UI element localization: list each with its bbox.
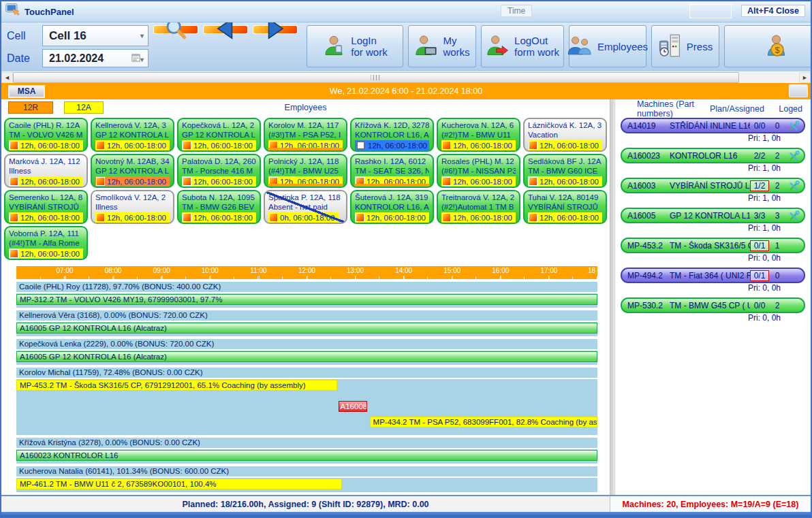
arrow-right-icon	[262, 22, 288, 44]
machine-desc: STŘÍDÁNÍ INLINE L16	[670, 121, 750, 131]
employee-card[interactable]: Polnický J. 12A, 118(#4!)TM - BMW U2512h…	[264, 154, 347, 188]
daybar-corner-button[interactable]	[789, 84, 808, 97]
calendar-icon: ▾	[131, 53, 144, 63]
employee-card[interactable]: Subota N. 12A, 1095TM - BMW G26 BEV12h, …	[177, 190, 261, 224]
machine-priority: Pri: 1, 0h	[621, 163, 805, 175]
employee-name: Polnický J. 12A, 118	[268, 157, 343, 166]
gantt-row-header: Kopečková Lenka (2229), 0.00% (BONUS: 72…	[16, 339, 597, 351]
chevron-down-icon: ▾	[140, 32, 144, 39]
my-works-button[interactable]: Myworks	[408, 25, 476, 67]
work-bar[interactable]: MP-434.2 TM - PSA P52, 683099FF001, 82.8…	[370, 417, 597, 427]
employee-card[interactable]: Kellnerová V. 12A, 3GP 12 KONTROLA L12h,…	[91, 118, 174, 152]
employee-card[interactable]: Smolíková V. 12A, 2Illness12h, 06:00-18:…	[91, 190, 174, 224]
employee-task: (#4!)TM - Alfa Rome	[9, 238, 83, 248]
tools-icon[interactable]	[785, 180, 800, 192]
search-button[interactable]	[153, 25, 198, 34]
shift-badge: 12h, 06:00-18:00	[182, 212, 256, 223]
logout-label-1: LogOut	[514, 35, 559, 46]
tools-icon[interactable]	[785, 150, 800, 162]
employee-card[interactable]: Palatová D. 12A, 260TM - Porsche 416 M12…	[177, 154, 261, 188]
employee-name: Tuhai V. 12A, 80149	[528, 193, 602, 202]
scroll-left-arrow[interactable]: ◄	[1, 72, 13, 83]
status-square-icon	[96, 141, 105, 150]
employee-card[interactable]: Caoile (PHL) R. 12ATM - VOLVO V426 M12h,…	[4, 118, 88, 152]
employee-card[interactable]: Rashko I. 12A, 6012TM - SEAT SE 326, N12…	[350, 154, 434, 188]
work-bar[interactable]: MP-461.2 TM - BMW U11 č 2, 673589KO00101…	[16, 479, 342, 489]
shift-hours: 12h, 06:00-18:00	[20, 214, 80, 222]
tools-icon[interactable]	[785, 210, 800, 222]
employee-card[interactable]: Rosales (PHL) M. 12(#6!)TM - NISSAN P312…	[437, 154, 520, 188]
next-day-button[interactable]	[253, 25, 298, 34]
work-bar[interactable]: MP-312.2 TM - VOLVO V426 MY19, 679999030…	[16, 294, 597, 305]
tab-shift-12r[interactable]: 12R	[8, 101, 53, 114]
employee-task: GP 12 KONTROLA L	[95, 166, 170, 176]
cell-select[interactable]: Cell 16 ▾	[42, 25, 149, 46]
employee-card[interactable]: Treitnarová V. 12A, 2(#2!)Automat 1 TM B…	[437, 190, 520, 224]
employee-card[interactable]: Kucherova N. 12A, 6(#2!)TM - BMW U1112h,…	[437, 118, 520, 152]
machine-id: MP-453.2	[627, 241, 670, 250]
pane-splitter[interactable]	[610, 99, 614, 495]
employee-name: Kucherova N. 12A, 6	[441, 120, 516, 130]
employee-task: (#4!)TM - BMW U25	[268, 166, 343, 176]
date-value: 21.02.2024	[49, 52, 104, 65]
shift-date-range: We, 21.02.2024 6:00 - 21.02.2024 18:00	[1, 86, 811, 96]
gantt-row-header: Kucherova Natalia (60141), 101.34% (BONU…	[16, 466, 597, 478]
scrollbar-thumb[interactable]	[13, 72, 739, 83]
titlebar-blank-button[interactable]	[689, 4, 732, 18]
employee-card[interactable]: Kopečková L. 12A, 2GP 12 KONTROLA L12h, …	[177, 118, 261, 152]
employee-card[interactable]: Špatinka P. 12A, 118Absent - not paid0h,…	[264, 190, 347, 224]
gantt-row: Křížová Kristýna (3278), 0.00% (BONUS: 0…	[16, 438, 597, 464]
employee-card[interactable]: Semerenko L. 12A, 8VYBÍRÁNÍ STROJŮ12h, 0…	[4, 190, 88, 224]
previous-day-button[interactable]	[203, 25, 248, 34]
shift-hours: 12h, 06:00-18:00	[193, 178, 253, 186]
work-bar[interactable]: A160023 KONTROLOR L16	[16, 450, 597, 461]
tab-shift-12a[interactable]: 12A	[64, 101, 104, 114]
login-for-work-button[interactable]: LogInfor work	[307, 25, 403, 67]
employee-card[interactable]: Korolov M. 12A, 117(#3!)TM - PSA P52, I1…	[264, 118, 347, 152]
cell-value: Cell 16	[49, 29, 87, 43]
shift-hours: 12h, 06:00-18:00	[280, 142, 339, 150]
close-button[interactable]: Alt+F4 Close	[741, 5, 805, 17]
machine-row[interactable]: MP-530.2 TM - BMW G45 CP ( UNI2R ) 0/0 2	[621, 297, 805, 313]
gantt-row-header: Korolov Michal (11759), 72.48% (BONUS: 0…	[16, 368, 597, 379]
machine-row[interactable]: MP-453.2 TM - Škoda SK316/5 CP 0/1 1	[621, 238, 805, 253]
machine-desc: KONTROLOR L16	[670, 151, 750, 161]
employee-card[interactable]: Lázničková K. 12A, 3Vacation12h, 06:00-1…	[523, 118, 607, 152]
wages-button[interactable]: $	[724, 25, 811, 67]
machines-column-header: Machines (Part numbers)	[637, 99, 710, 118]
horizontal-scrollbar[interactable]: ◄ ►	[1, 71, 811, 83]
work-bar[interactable]: A16005 GP 12 KONTROLA L16 (Alcatraz)	[16, 351, 597, 362]
work-bar[interactable]: A16005 GP 12 KONTROLA L16 (Alcatraz)	[16, 323, 597, 334]
status-square-icon	[269, 177, 278, 186]
msa-button[interactable]: MSA	[8, 85, 45, 98]
machine-row[interactable]: A14019 STŘÍDÁNÍ INLINE L16 0/0 0	[621, 118, 805, 133]
employee-name: Špatinka P. 12A, 118	[268, 193, 343, 202]
tools-icon[interactable]	[785, 120, 800, 132]
work-bar[interactable]: MP-453.2 TM - Škoda SK316/5 CP, 67912912…	[16, 380, 337, 391]
logout-from-work-button[interactable]: LogOutform work	[481, 25, 564, 67]
employee-card[interactable]: Šuterová J. 12A, 319KONTROLOR L16, A12h,…	[350, 190, 434, 224]
work-bar[interactable]: A16008	[339, 401, 368, 412]
machine-row[interactable]: A16003 VYBÍRÁNÍ STROJŮ L16 1/2 2	[621, 178, 805, 193]
employees-label: Employees	[597, 41, 648, 52]
employee-card[interactable]: Sedláková BF J. 12ATM - BMW G60 ICE12h, …	[523, 154, 607, 188]
scroll-right-arrow[interactable]: ►	[799, 72, 811, 83]
employee-card[interactable]: Novotný M. 12AB, 34GP 12 KONTROLA L12h, …	[91, 154, 174, 188]
date-picker[interactable]: 21.02.2024 ▾	[42, 49, 149, 67]
employee-task: TM - Porsche 416 M	[182, 166, 256, 176]
employee-card[interactable]: Voborná P. 12A, 111(#4!)TM - Alfa Rome12…	[4, 226, 88, 260]
employee-task: Vacation	[528, 130, 602, 140]
machine-row[interactable]: A16005 GP 12 KONTROLA L16 (Alcatraz) 3/3…	[621, 208, 805, 223]
press-button[interactable]: Press	[651, 25, 719, 67]
employee-task: (#2!)Automat 1 TM B	[441, 202, 516, 212]
machine-row[interactable]: MP-494.2 TM - Fiat 364 ( UNI2 R ) 0/1 0	[621, 268, 805, 283]
machine-desc: TM - BMW G45 CP ( UNI2R )	[670, 301, 750, 310]
employee-card[interactable]: Křížová K. 12D, 3278KONTROLOR L16, A12h,…	[350, 118, 434, 152]
employee-card[interactable]: Marková J. 12A, 112Illness12h, 06:00-18:…	[4, 154, 88, 188]
scrollbar-track[interactable]	[739, 72, 799, 83]
employee-card[interactable]: Tuhai V. 12A, 80149VYBÍRÁNÍ STROJŮ12h, 0…	[523, 190, 607, 224]
employees-button[interactable]: Employees	[569, 25, 646, 67]
machine-row[interactable]: A160023 KONTROLOR L16 2/2 2	[621, 148, 805, 163]
checkbox-icon[interactable]	[357, 142, 364, 149]
login-label-1: LogIn	[351, 35, 387, 46]
